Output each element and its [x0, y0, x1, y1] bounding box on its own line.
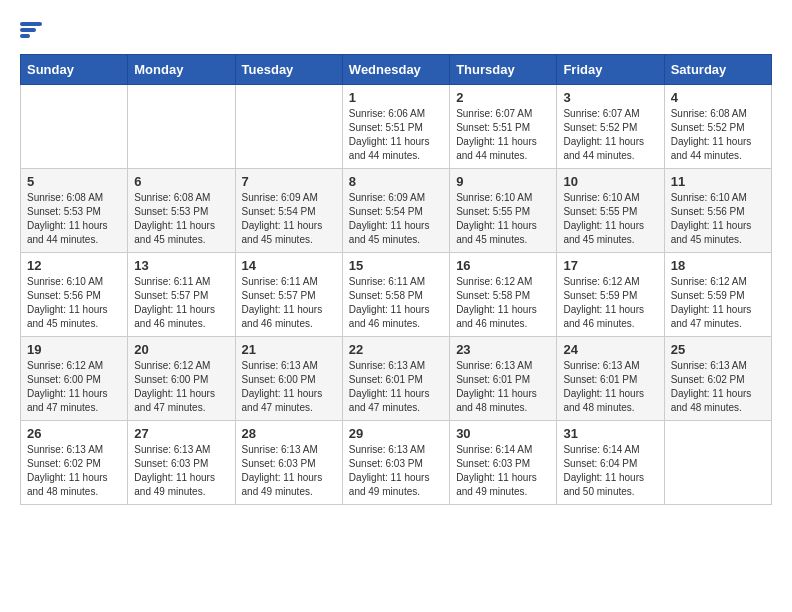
day-info: Sunrise: 6:13 AM Sunset: 6:02 PM Dayligh… — [27, 443, 121, 499]
calendar-week-row: 12Sunrise: 6:10 AM Sunset: 5:56 PM Dayli… — [21, 253, 772, 337]
day-info: Sunrise: 6:09 AM Sunset: 5:54 PM Dayligh… — [349, 191, 443, 247]
day-number: 26 — [27, 426, 121, 441]
day-number: 8 — [349, 174, 443, 189]
calendar-cell: 11Sunrise: 6:10 AM Sunset: 5:56 PM Dayli… — [664, 169, 771, 253]
calendar-cell: 15Sunrise: 6:11 AM Sunset: 5:58 PM Dayli… — [342, 253, 449, 337]
day-info: Sunrise: 6:13 AM Sunset: 6:01 PM Dayligh… — [349, 359, 443, 415]
day-number: 14 — [242, 258, 336, 273]
calendar-cell: 19Sunrise: 6:12 AM Sunset: 6:00 PM Dayli… — [21, 337, 128, 421]
day-number: 9 — [456, 174, 550, 189]
calendar-cell: 4Sunrise: 6:08 AM Sunset: 5:52 PM Daylig… — [664, 85, 771, 169]
day-info: Sunrise: 6:08 AM Sunset: 5:53 PM Dayligh… — [134, 191, 228, 247]
calendar-table: SundayMondayTuesdayWednesdayThursdayFrid… — [20, 54, 772, 505]
day-info: Sunrise: 6:12 AM Sunset: 5:59 PM Dayligh… — [563, 275, 657, 331]
calendar-body: 1Sunrise: 6:06 AM Sunset: 5:51 PM Daylig… — [21, 85, 772, 505]
day-info: Sunrise: 6:11 AM Sunset: 5:57 PM Dayligh… — [242, 275, 336, 331]
day-info: Sunrise: 6:13 AM Sunset: 6:01 PM Dayligh… — [563, 359, 657, 415]
calendar-cell: 9Sunrise: 6:10 AM Sunset: 5:55 PM Daylig… — [450, 169, 557, 253]
day-info: Sunrise: 6:11 AM Sunset: 5:58 PM Dayligh… — [349, 275, 443, 331]
calendar-day-header: Tuesday — [235, 55, 342, 85]
calendar-cell: 3Sunrise: 6:07 AM Sunset: 5:52 PM Daylig… — [557, 85, 664, 169]
calendar-cell: 6Sunrise: 6:08 AM Sunset: 5:53 PM Daylig… — [128, 169, 235, 253]
calendar-day-header: Saturday — [664, 55, 771, 85]
day-info: Sunrise: 6:07 AM Sunset: 5:52 PM Dayligh… — [563, 107, 657, 163]
day-number: 19 — [27, 342, 121, 357]
day-number: 28 — [242, 426, 336, 441]
day-number: 6 — [134, 174, 228, 189]
calendar-header: SundayMondayTuesdayWednesdayThursdayFrid… — [21, 55, 772, 85]
day-number: 2 — [456, 90, 550, 105]
day-number: 3 — [563, 90, 657, 105]
calendar-cell: 7Sunrise: 6:09 AM Sunset: 5:54 PM Daylig… — [235, 169, 342, 253]
day-info: Sunrise: 6:11 AM Sunset: 5:57 PM Dayligh… — [134, 275, 228, 331]
calendar-day-header: Friday — [557, 55, 664, 85]
calendar-cell — [21, 85, 128, 169]
calendar-week-row: 19Sunrise: 6:12 AM Sunset: 6:00 PM Dayli… — [21, 337, 772, 421]
day-info: Sunrise: 6:13 AM Sunset: 6:03 PM Dayligh… — [242, 443, 336, 499]
day-info: Sunrise: 6:12 AM Sunset: 5:58 PM Dayligh… — [456, 275, 550, 331]
day-info: Sunrise: 6:07 AM Sunset: 5:51 PM Dayligh… — [456, 107, 550, 163]
day-number: 25 — [671, 342, 765, 357]
day-number: 31 — [563, 426, 657, 441]
day-number: 18 — [671, 258, 765, 273]
calendar-cell: 23Sunrise: 6:13 AM Sunset: 6:01 PM Dayli… — [450, 337, 557, 421]
day-number: 29 — [349, 426, 443, 441]
calendar-cell: 31Sunrise: 6:14 AM Sunset: 6:04 PM Dayli… — [557, 421, 664, 505]
calendar-cell: 30Sunrise: 6:14 AM Sunset: 6:03 PM Dayli… — [450, 421, 557, 505]
calendar-cell: 1Sunrise: 6:06 AM Sunset: 5:51 PM Daylig… — [342, 85, 449, 169]
calendar-cell: 28Sunrise: 6:13 AM Sunset: 6:03 PM Dayli… — [235, 421, 342, 505]
calendar-cell: 13Sunrise: 6:11 AM Sunset: 5:57 PM Dayli… — [128, 253, 235, 337]
day-info: Sunrise: 6:10 AM Sunset: 5:55 PM Dayligh… — [563, 191, 657, 247]
day-number: 15 — [349, 258, 443, 273]
day-number: 30 — [456, 426, 550, 441]
day-number: 4 — [671, 90, 765, 105]
logo-line-1 — [20, 22, 42, 26]
calendar-cell: 25Sunrise: 6:13 AM Sunset: 6:02 PM Dayli… — [664, 337, 771, 421]
calendar-cell: 2Sunrise: 6:07 AM Sunset: 5:51 PM Daylig… — [450, 85, 557, 169]
day-number: 16 — [456, 258, 550, 273]
logo-line-3 — [20, 34, 30, 38]
day-info: Sunrise: 6:12 AM Sunset: 5:59 PM Dayligh… — [671, 275, 765, 331]
day-number: 13 — [134, 258, 228, 273]
day-info: Sunrise: 6:13 AM Sunset: 6:01 PM Dayligh… — [456, 359, 550, 415]
calendar-cell: 16Sunrise: 6:12 AM Sunset: 5:58 PM Dayli… — [450, 253, 557, 337]
day-number: 7 — [242, 174, 336, 189]
calendar-cell — [235, 85, 342, 169]
day-info: Sunrise: 6:14 AM Sunset: 6:03 PM Dayligh… — [456, 443, 550, 499]
calendar-cell: 12Sunrise: 6:10 AM Sunset: 5:56 PM Dayli… — [21, 253, 128, 337]
calendar-cell: 27Sunrise: 6:13 AM Sunset: 6:03 PM Dayli… — [128, 421, 235, 505]
day-info: Sunrise: 6:12 AM Sunset: 6:00 PM Dayligh… — [134, 359, 228, 415]
calendar-cell: 29Sunrise: 6:13 AM Sunset: 6:03 PM Dayli… — [342, 421, 449, 505]
day-info: Sunrise: 6:10 AM Sunset: 5:55 PM Dayligh… — [456, 191, 550, 247]
calendar-cell: 20Sunrise: 6:12 AM Sunset: 6:00 PM Dayli… — [128, 337, 235, 421]
day-number: 5 — [27, 174, 121, 189]
day-info: Sunrise: 6:12 AM Sunset: 6:00 PM Dayligh… — [27, 359, 121, 415]
calendar-header-row: SundayMondayTuesdayWednesdayThursdayFrid… — [21, 55, 772, 85]
day-number: 23 — [456, 342, 550, 357]
day-number: 22 — [349, 342, 443, 357]
calendar-cell — [128, 85, 235, 169]
calendar-week-row: 26Sunrise: 6:13 AM Sunset: 6:02 PM Dayli… — [21, 421, 772, 505]
day-number: 21 — [242, 342, 336, 357]
day-info: Sunrise: 6:13 AM Sunset: 6:03 PM Dayligh… — [134, 443, 228, 499]
logo — [20, 20, 46, 38]
day-info: Sunrise: 6:06 AM Sunset: 5:51 PM Dayligh… — [349, 107, 443, 163]
day-number: 27 — [134, 426, 228, 441]
calendar-cell: 18Sunrise: 6:12 AM Sunset: 5:59 PM Dayli… — [664, 253, 771, 337]
day-info: Sunrise: 6:13 AM Sunset: 6:02 PM Dayligh… — [671, 359, 765, 415]
calendar-cell: 8Sunrise: 6:09 AM Sunset: 5:54 PM Daylig… — [342, 169, 449, 253]
calendar-cell: 22Sunrise: 6:13 AM Sunset: 6:01 PM Dayli… — [342, 337, 449, 421]
day-number: 17 — [563, 258, 657, 273]
calendar-cell: 17Sunrise: 6:12 AM Sunset: 5:59 PM Dayli… — [557, 253, 664, 337]
logo-line-2 — [20, 28, 36, 32]
day-info: Sunrise: 6:10 AM Sunset: 5:56 PM Dayligh… — [27, 275, 121, 331]
calendar-day-header: Thursday — [450, 55, 557, 85]
day-number: 20 — [134, 342, 228, 357]
day-number: 10 — [563, 174, 657, 189]
day-number: 1 — [349, 90, 443, 105]
day-info: Sunrise: 6:10 AM Sunset: 5:56 PM Dayligh… — [671, 191, 765, 247]
day-info: Sunrise: 6:08 AM Sunset: 5:52 PM Dayligh… — [671, 107, 765, 163]
page: SundayMondayTuesdayWednesdayThursdayFrid… — [0, 0, 792, 515]
calendar-cell: 26Sunrise: 6:13 AM Sunset: 6:02 PM Dayli… — [21, 421, 128, 505]
day-number: 11 — [671, 174, 765, 189]
